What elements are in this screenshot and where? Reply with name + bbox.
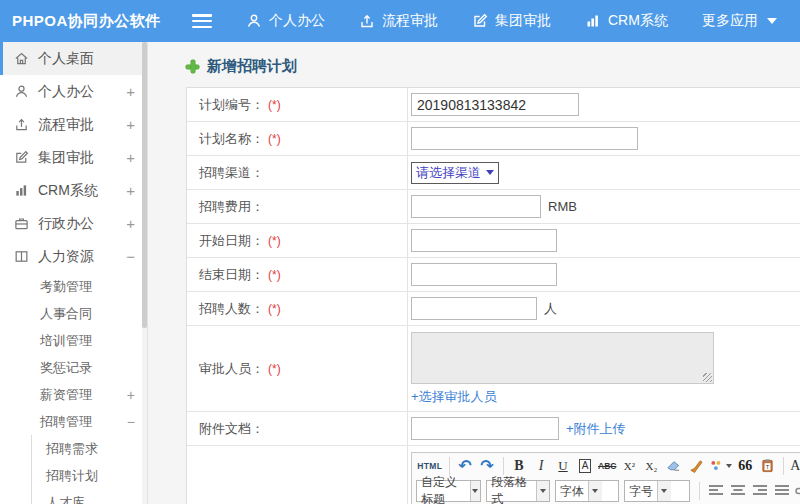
nav-label: 集团审批	[495, 12, 551, 30]
required-mark: (*)	[268, 268, 281, 282]
sidebar-item-training[interactable]: 培训管理	[0, 327, 147, 354]
form-row-plan-name: 计划名称：(*)	[187, 122, 800, 156]
sidebar-item-label: 人才库	[46, 494, 85, 504]
page-title: 新增招聘计划	[186, 57, 800, 76]
font-size-select[interactable]: 字号	[624, 480, 690, 502]
bold-button[interactable]: B	[509, 455, 530, 476]
resize-grip-icon[interactable]	[703, 373, 712, 382]
field-value	[408, 122, 800, 155]
sidebar-item-hr-contract[interactable]: 人事合同	[0, 300, 147, 327]
add-plus-icon	[186, 60, 199, 73]
sidebar-item-label: 人事合同	[40, 305, 92, 323]
field-label: 招聘渠道：	[187, 156, 408, 189]
plan-no-input[interactable]	[411, 93, 579, 116]
select-value: 自定义标题	[417, 481, 470, 501]
nav-more-apps[interactable]: 更多应用	[702, 12, 777, 30]
expand-plus-icon[interactable]: +	[126, 116, 135, 133]
select-caret-icon	[657, 481, 671, 501]
hr-submenu: 考勤管理 人事合同 培训管理 奖惩记录 薪资管理 + 招聘管理 − 招聘需求 招…	[0, 273, 147, 504]
redo-button[interactable]: ↷	[477, 455, 498, 476]
superscript-button[interactable]: X²	[619, 455, 640, 476]
collapse-minus-icon[interactable]: −	[126, 248, 135, 265]
select-approvers-link[interactable]: +选择审批人员	[411, 388, 497, 406]
blockquote-button[interactable]: 66	[735, 455, 756, 476]
format-painter-icon[interactable]	[685, 455, 706, 476]
nav-group-approval[interactable]: 集团审批	[472, 12, 551, 30]
headcount-input[interactable]	[411, 297, 537, 320]
field-label: 计划名称：(*)	[187, 122, 408, 155]
paragraph-format-select[interactable]: 段落格式	[486, 480, 549, 502]
form-row-approvers: 审批人员：(*) +选择审批人员	[187, 326, 800, 412]
expand-plus-icon[interactable]: +	[126, 149, 135, 166]
font-color-button[interactable]: A	[789, 455, 800, 476]
nav-label: 流程审批	[382, 12, 438, 30]
custom-title-select[interactable]: 自定义标题	[416, 480, 481, 502]
form-row-plan-no: 计划编号：(*)	[187, 88, 800, 122]
select-caret-icon	[486, 170, 494, 175]
sidebar-item-recruit-plan[interactable]: 招聘计划	[32, 462, 147, 489]
insert-link-icon[interactable]	[793, 481, 800, 502]
select-caret-icon	[470, 481, 481, 501]
form-row-editor: HTML ↶ ↷ B I U A ABC X² X₂	[187, 446, 800, 504]
expand-plus-icon[interactable]: +	[126, 182, 135, 199]
sidebar-item-label: 个人桌面	[38, 50, 94, 68]
sidebar-item-group-approval[interactable]: 集团审批 +	[0, 141, 147, 174]
channel-select[interactable]: 请选择渠道	[411, 162, 499, 184]
font-family-select[interactable]: 字体	[555, 480, 619, 502]
paste-icon[interactable]: T	[757, 455, 778, 476]
required-mark: (*)	[268, 362, 281, 376]
sidebar-item-hr[interactable]: 人力资源 −	[0, 240, 147, 273]
menu-icon[interactable]	[192, 14, 212, 28]
collapse-minus-icon[interactable]: −	[127, 414, 135, 430]
subscript-button[interactable]: X₂	[641, 455, 662, 476]
undo-button[interactable]: ↶	[455, 455, 476, 476]
nav-crm-system[interactable]: CRM系统	[585, 12, 668, 30]
eraser-icon[interactable]	[663, 455, 684, 476]
align-center-icon[interactable]	[727, 481, 748, 502]
sidebar-item-talent-pool[interactable]: 人才库	[32, 489, 147, 504]
sidebar-item-salary[interactable]: 薪资管理 +	[0, 381, 147, 408]
recruit-submenu: 招聘需求 招聘计划 人才库	[31, 435, 147, 504]
sidebar-item-recruit-mgmt[interactable]: 招聘管理 −	[0, 408, 147, 435]
html-source-button[interactable]: HTML	[416, 455, 444, 476]
sidebar-item-admin-office[interactable]: 行政办公 +	[0, 207, 147, 240]
text-color-palette-icon[interactable]	[707, 455, 734, 476]
expand-plus-icon[interactable]: +	[126, 215, 135, 232]
approvers-textarea[interactable]	[411, 332, 714, 384]
sidebar-item-attendance[interactable]: 考勤管理	[0, 273, 147, 300]
plan-name-input[interactable]	[411, 127, 638, 150]
expand-plus-icon[interactable]: +	[126, 83, 135, 100]
strikethrough-button[interactable]: ABC	[597, 455, 618, 476]
toolbar-divider	[449, 457, 450, 475]
fee-input[interactable]	[411, 195, 541, 218]
nav-personal-office[interactable]: 个人办公	[246, 12, 325, 30]
align-left-icon[interactable]	[705, 481, 726, 502]
expand-plus-icon[interactable]: +	[127, 387, 135, 403]
required-mark: (*)	[268, 98, 281, 112]
flow-icon	[14, 117, 29, 132]
border-text-button[interactable]: A	[575, 455, 596, 476]
start-date-input[interactable]	[411, 229, 557, 252]
attachment-input[interactable]	[411, 417, 559, 440]
page-title-text: 新增招聘计划	[207, 57, 297, 76]
rich-text-editor: HTML ↶ ↷ B I U A ABC X² X₂	[411, 452, 800, 504]
sidebar-item-recruit-demand[interactable]: 招聘需求	[32, 435, 147, 462]
field-value	[408, 258, 800, 291]
sidebar-item-workflow[interactable]: 流程审批 +	[0, 108, 147, 141]
nav-workflow-approval[interactable]: 流程审批	[359, 12, 438, 30]
field-value: HTML ↶ ↷ B I U A ABC X² X₂	[408, 446, 800, 504]
align-justify-icon[interactable]	[771, 481, 792, 502]
sidebar-item-personal-office[interactable]: 个人办公 +	[0, 75, 147, 108]
italic-button[interactable]: I	[531, 455, 552, 476]
top-nav: 个人办公 流程审批 集团审批 CRM系统 更多应用	[246, 12, 777, 30]
sidebar-item-crm[interactable]: CRM系统 +	[0, 174, 147, 207]
field-value: +选择审批人员	[408, 326, 800, 411]
sidebar-item-desktop[interactable]: 个人桌面	[0, 42, 147, 75]
attachment-upload-link[interactable]: +附件上传	[566, 420, 626, 438]
sidebar-item-rewards[interactable]: 奖惩记录	[0, 354, 147, 381]
align-right-icon[interactable]	[749, 481, 770, 502]
end-date-input[interactable]	[411, 263, 557, 286]
field-label: 结束日期：(*)	[187, 258, 408, 291]
sidebar-scrollbar[interactable]	[142, 42, 147, 504]
underline-button[interactable]: U	[553, 455, 574, 476]
